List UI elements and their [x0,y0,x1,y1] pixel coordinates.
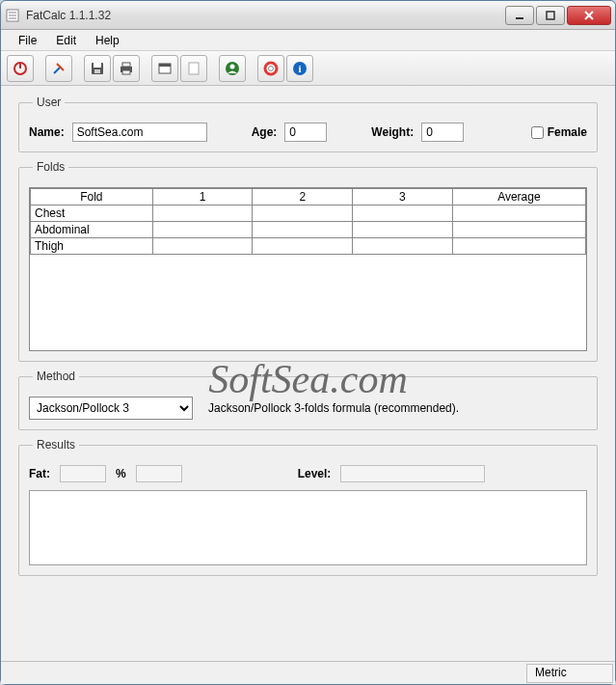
user-legend: User [33,96,65,109]
svg-point-24 [269,66,274,70]
menubar: File Edit Help [1,30,615,51]
age-label: Age: [252,125,278,139]
cell[interactable] [353,238,453,255]
power-button[interactable] [7,55,34,82]
menu-file[interactable]: File [9,32,46,49]
svg-rect-13 [94,63,101,68]
level-label: Level: [298,467,332,480]
tools-button[interactable] [45,55,72,82]
method-select[interactable]: Jackson/Pollock 3 [29,397,193,420]
folds-group: Folds Fold 1 2 3 Average Che [18,160,598,362]
results-legend: Results [33,438,79,452]
table-row: Abdominal [31,222,586,238]
lifebuoy-button[interactable] [257,55,284,82]
results-group: Results Fat: % Level: [18,438,598,576]
svg-point-22 [230,64,235,68]
col-1[interactable]: 1 [152,189,253,206]
svg-rect-5 [547,12,554,19]
svg-rect-17 [122,70,130,74]
cell[interactable] [152,238,253,255]
cell-label[interactable]: Abdominal [31,222,153,238]
fat-label: Fat: [29,467,50,480]
cell[interactable] [253,238,353,255]
maximize-button[interactable] [536,6,565,25]
window-button[interactable] [151,55,178,82]
cell[interactable] [452,222,585,238]
cell-label[interactable]: Thigh [31,238,153,255]
results-notes[interactable] [29,490,587,565]
svg-rect-19 [159,64,171,67]
close-button[interactable] [567,6,611,25]
app-window: FatCalc 1.1.1.32 File Edit Help i SoftSe… [0,0,616,685]
folds-table[interactable]: Fold 1 2 3 Average Chest [30,188,586,255]
age-input[interactable] [284,123,327,142]
weight-input[interactable] [421,123,464,142]
cell[interactable] [353,222,453,238]
print-button[interactable] [113,55,140,82]
method-description: Jackson/Pollock 3-folds formula (recomme… [208,401,459,415]
cell[interactable] [452,206,585,222]
status-metric: Metric [526,664,613,683]
weight-label: Weight: [371,125,414,139]
user-button[interactable] [219,55,246,82]
info-button[interactable]: i [286,55,313,82]
content-area: SoftSea.com User Name: Age: Weight: Fema… [1,86,615,661]
table-row: Chest [31,206,586,222]
save-button[interactable] [84,55,111,82]
folds-legend: Folds [33,160,68,174]
toolbar: i [1,51,615,86]
female-label: Female [548,125,587,139]
col-fold[interactable]: Fold [31,189,153,206]
statusbar: Metric [1,661,615,684]
col-avg[interactable]: Average [452,189,585,206]
user-group: User Name: Age: Weight: Female [18,96,598,152]
svg-rect-20 [189,63,199,74]
titlebar[interactable]: FatCalc 1.1.1.32 [1,1,615,30]
percent-label: % [116,467,126,480]
svg-rect-16 [122,63,130,67]
cell[interactable] [253,222,353,238]
cell[interactable] [353,206,453,222]
cell[interactable] [253,206,353,222]
app-icon [5,8,20,23]
menu-edit[interactable]: Edit [46,32,86,49]
folds-table-container: Fold 1 2 3 Average Chest [29,187,587,351]
menu-help[interactable]: Help [86,32,129,49]
method-group: Method Jackson/Pollock 3 Jackson/Pollock… [18,370,598,430]
table-row: Thigh [31,238,586,255]
col-3[interactable]: 3 [353,189,453,206]
level-value [340,465,485,482]
cell[interactable] [452,238,585,255]
female-checkbox[interactable] [531,126,544,139]
cell[interactable] [152,222,253,238]
svg-rect-14 [94,69,100,73]
cell-label[interactable]: Chest [31,206,153,222]
method-legend: Method [33,370,79,383]
percent-value [136,465,182,482]
minimize-button[interactable] [505,6,534,25]
fat-value [60,465,106,482]
name-input[interactable] [72,123,207,142]
col-2[interactable]: 2 [253,189,353,206]
svg-text:i: i [298,63,301,74]
name-label: Name: [29,125,65,139]
blank-button[interactable] [180,55,207,82]
cell[interactable] [152,206,253,222]
window-title: FatCalc 1.1.1.32 [26,9,505,22]
